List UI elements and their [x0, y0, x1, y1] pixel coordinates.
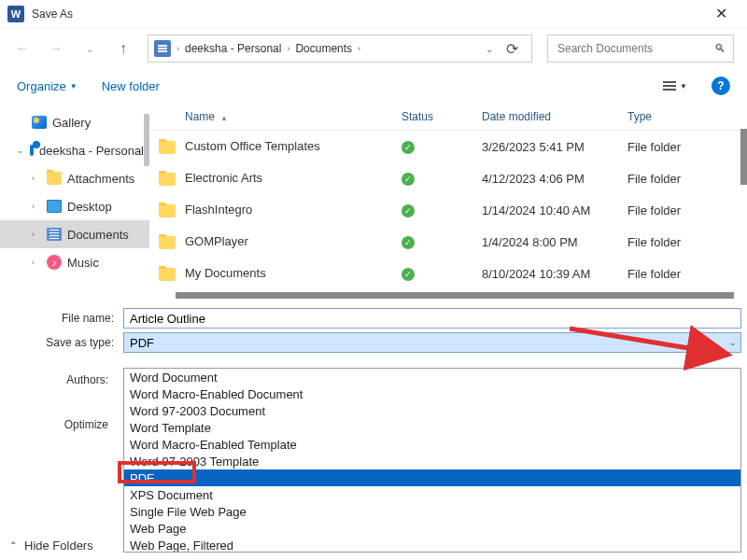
column-name[interactable]: Name▲: [149, 110, 392, 123]
optimize-label: Optimize: [0, 416, 118, 433]
new-folder-button[interactable]: New folder: [102, 79, 160, 93]
tree-label: Attachments: [67, 172, 134, 186]
documents-icon: [47, 228, 62, 241]
authors-label: Authors:: [0, 371, 118, 388]
savetype-option[interactable]: Word Template: [124, 419, 740, 436]
tree-label: Music: [67, 256, 99, 270]
table-row[interactable]: Custom Office Templates✓3/26/2023 5:41 P…: [149, 131, 747, 162]
synced-icon: ✓: [402, 236, 415, 249]
chevron-right-icon[interactable]: ›: [32, 258, 41, 267]
filename-label: File name:: [6, 308, 123, 329]
close-icon[interactable]: ✕: [702, 5, 740, 22]
chevron-up-icon: ⌃: [9, 540, 17, 551]
folder-tree: Gallery ⌄ deeksha - Personal › Attachmen…: [0, 103, 149, 299]
forward-arrow-icon[interactable]: →: [47, 40, 65, 57]
synced-icon: ✓: [402, 204, 415, 217]
view-button[interactable]: ▼: [663, 81, 687, 91]
search-icon[interactable]: 🔍︎: [714, 42, 726, 55]
tree-label: Documents: [67, 228, 129, 242]
chevron-down-icon: ⌄: [729, 338, 737, 347]
folder-icon: [159, 141, 176, 154]
chevron-down-icon: ▼: [680, 82, 687, 91]
savetype-value: PDF: [130, 336, 154, 350]
chevron-right-icon[interactable]: ›: [32, 230, 41, 239]
chevron-right-icon: ›: [358, 44, 360, 53]
location-icon: [154, 40, 171, 57]
table-row[interactable]: My Documents✓8/10/2024 10:39 AMFile fold…: [149, 258, 747, 289]
table-row[interactable]: FlashIntegro✓1/14/2024 10:40 AMFile fold…: [149, 194, 747, 226]
table-row[interactable]: Electronic Arts✓4/12/2023 4:06 PMFile fo…: [149, 162, 747, 194]
column-status[interactable]: Status: [392, 110, 472, 123]
chevron-down-icon[interactable]: ⌄: [486, 44, 493, 54]
tree-label: deeksha - Personal: [39, 144, 144, 158]
back-arrow-icon[interactable]: ←: [13, 40, 32, 57]
savetype-option[interactable]: Word Macro-Enabled Document: [124, 385, 740, 402]
breadcrumb-folder[interactable]: Documents: [295, 42, 352, 55]
synced-icon: ✓: [402, 268, 415, 281]
chevron-right-icon: ›: [287, 44, 289, 53]
search-input[interactable]: [556, 41, 714, 56]
organize-button[interactable]: Organize ▼: [17, 79, 78, 93]
table-row[interactable]: GOMPlayer✓1/4/2024 8:00 PMFile folder: [149, 226, 747, 258]
savetype-option[interactable]: Word 97-2003 Document: [124, 402, 740, 419]
folder-icon: [159, 268, 176, 281]
savetype-options[interactable]: Word DocumentWord Macro-Enabled Document…: [123, 368, 741, 553]
savetype-label: Save as type:: [6, 332, 123, 353]
refresh-icon[interactable]: ⟳: [499, 40, 526, 58]
file-list: Name▲ Status Date modified Type Custom O…: [149, 103, 747, 299]
onedrive-icon: [30, 145, 34, 156]
hide-folders-button[interactable]: ⌃ Hide Folders: [9, 539, 93, 553]
search-box[interactable]: 🔍︎: [547, 35, 734, 63]
tree-attachments[interactable]: › Attachments: [0, 164, 149, 192]
folder-icon: [159, 236, 176, 249]
gallery-icon: [32, 116, 47, 129]
savetype-option[interactable]: Word 97-2003 Template: [124, 453, 740, 469]
savetype-option[interactable]: XPS Document: [124, 486, 740, 503]
breadcrumb-root[interactable]: deeksha - Personal: [185, 42, 281, 55]
tree-label: Gallery: [52, 116, 91, 130]
savetype-option[interactable]: PDF: [124, 469, 740, 486]
column-type[interactable]: Type: [618, 110, 747, 123]
savetype-dropdown[interactable]: PDF ⌄: [123, 332, 741, 353]
tree-gallery[interactable]: Gallery: [0, 108, 149, 136]
savetype-option[interactable]: Web Page, Filtered: [124, 537, 740, 553]
savetype-option[interactable]: Single File Web Page: [124, 503, 740, 520]
tree-label: Desktop: [67, 200, 112, 214]
synced-icon: ✓: [402, 141, 415, 154]
sort-asc-icon: ▲: [220, 114, 228, 122]
tree-desktop[interactable]: › Desktop: [0, 192, 149, 220]
organize-label: Organize: [17, 79, 66, 93]
folder-icon: [159, 204, 176, 217]
hide-folders-label: Hide Folders: [24, 539, 93, 553]
horizontal-scrollbar[interactable]: [176, 292, 734, 299]
chevron-right-icon: ›: [176, 44, 179, 53]
folder-icon: [159, 173, 176, 186]
folder-icon: [47, 172, 62, 185]
tree-music[interactable]: › ♪ Music: [0, 248, 149, 276]
desktop-icon: [47, 200, 62, 213]
chevron-right-icon[interactable]: ›: [32, 174, 41, 183]
savetype-option[interactable]: Word Macro-Enabled Template: [124, 436, 740, 453]
recent-chevron-icon[interactable]: ⌄: [80, 44, 99, 54]
tree-documents[interactable]: › Documents: [0, 220, 149, 248]
savetype-option[interactable]: Word Document: [124, 369, 740, 385]
savetype-option[interactable]: Web Page: [124, 520, 740, 537]
file-scrollbar[interactable]: [740, 129, 747, 185]
chevron-down-icon: ▼: [70, 82, 78, 91]
music-icon: ♪: [47, 255, 62, 270]
window-title: Save As: [32, 7, 702, 21]
up-arrow-icon[interactable]: ↑: [114, 40, 133, 57]
filename-input[interactable]: [123, 308, 741, 329]
column-date[interactable]: Date modified: [472, 110, 618, 123]
tree-onedrive[interactable]: ⌄ deeksha - Personal: [0, 136, 149, 164]
word-icon: W: [7, 6, 24, 22]
address-bar[interactable]: › deeksha - Personal › Documents › ⌄ ⟳: [148, 35, 532, 63]
list-view-icon: [663, 81, 676, 91]
help-icon[interactable]: ?: [712, 77, 730, 95]
chevron-down-icon[interactable]: ⌄: [17, 146, 24, 155]
chevron-right-icon[interactable]: ›: [32, 202, 41, 211]
synced-icon: ✓: [402, 173, 415, 186]
